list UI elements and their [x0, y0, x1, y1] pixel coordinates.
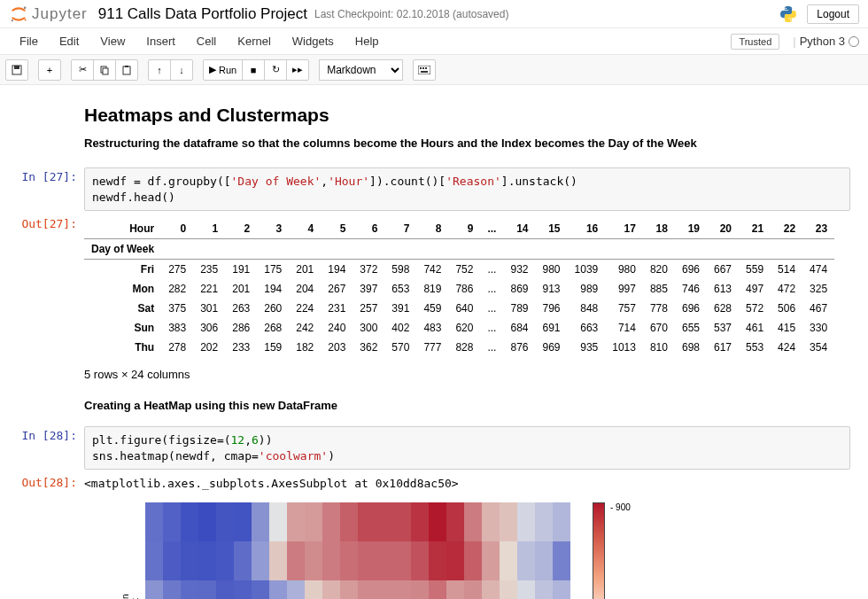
- output-prompt: Out[27]:: [0, 214, 84, 423]
- heatmap-cell: [393, 541, 411, 580]
- trusted-badge[interactable]: Trusted: [731, 34, 779, 50]
- kernel-indicator-icon: [849, 36, 859, 47]
- code-cell-27[interactable]: In [27]: newdf = df.groupby(['Day of Wee…: [0, 166, 868, 213]
- markdown-cell[interactable]: Heatmaps and Clustermaps Restructuring t…: [0, 94, 868, 166]
- heatmap-cell: [517, 580, 535, 599]
- menu-view[interactable]: View: [89, 29, 136, 53]
- output-cell-27: Out[27]: Hour0123456789...14151617181920…: [0, 213, 868, 424]
- heatmap-cell: [553, 580, 570, 599]
- heatmap-cell: [252, 502, 269, 541]
- menu-insert[interactable]: Insert: [136, 29, 186, 53]
- svg-rect-10: [125, 66, 128, 67]
- heatmap-cell: [464, 580, 482, 599]
- heatmap-cell: [464, 502, 482, 541]
- add-cell-button[interactable]: +: [38, 59, 61, 81]
- heatmap-cell: [322, 502, 340, 541]
- menu-kernel[interactable]: Kernel: [227, 29, 282, 53]
- move-down-button[interactable]: ↓: [170, 59, 193, 81]
- heatmap-cell: [145, 502, 163, 541]
- heatmap-cell: [269, 580, 287, 599]
- heatmap-cell: [553, 541, 570, 580]
- heatmap-cell: [181, 541, 198, 580]
- paste-button[interactable]: [115, 59, 138, 81]
- heatmap-cell: [181, 580, 198, 599]
- heatmap-cell: [181, 502, 198, 541]
- heatmap-cell: [305, 580, 322, 599]
- heatmap-cell: [340, 580, 358, 599]
- plus-icon: +: [47, 65, 52, 75]
- heatmap-cell: [535, 502, 553, 541]
- svg-rect-14: [425, 67, 427, 69]
- svg-rect-12: [420, 67, 422, 69]
- notebook-title[interactable]: 911 Calls Data Portfolio Project: [98, 5, 307, 23]
- copy-button[interactable]: [93, 59, 116, 81]
- heatmap-cell: [145, 580, 163, 599]
- heatmap-cell: [340, 541, 358, 580]
- colorbar-gradient: [593, 502, 605, 599]
- heatmap-cell: [393, 580, 411, 599]
- fast-forward-icon: ▸▸: [292, 64, 303, 75]
- svg-rect-8: [103, 68, 108, 74]
- jupyter-logo[interactable]: Jupyter: [9, 4, 88, 24]
- heatmap-cell: [393, 502, 411, 541]
- svg-rect-6: [14, 66, 19, 69]
- heatmap-cell: [287, 502, 305, 541]
- heatmap-cell: [234, 541, 252, 580]
- heatmap-cell: [358, 502, 376, 541]
- dataframe-table: Hour0123456789...14151617181920212223Day…: [84, 219, 834, 357]
- heatmap-cell: [482, 541, 500, 580]
- menu-file[interactable]: File: [9, 29, 49, 53]
- heatmap-cell: [429, 502, 446, 541]
- jupyter-wordmark: Jupyter: [32, 5, 88, 23]
- heatmap-cell: [553, 502, 570, 541]
- colorbar: 900750: [593, 502, 631, 599]
- kernel-name[interactable]: Python 3: [800, 35, 845, 48]
- move-up-button[interactable]: ↑: [148, 59, 171, 81]
- heatmap-cell: [376, 580, 393, 599]
- menu-cell[interactable]: Cell: [186, 29, 227, 53]
- code-cell-28[interactable]: In [28]: plt.figure(figsize=(12,6)) sns.…: [0, 424, 868, 471]
- heatmap-cell: [500, 502, 517, 541]
- heatmap-cell: [163, 580, 181, 599]
- menu-help[interactable]: Help: [345, 29, 390, 53]
- notebook-area: Heatmaps and Clustermaps Restructuring t…: [0, 85, 868, 599]
- heatmap-cell: [429, 580, 446, 599]
- menu-widgets[interactable]: Widgets: [282, 29, 345, 53]
- copy-icon: [99, 65, 110, 75]
- logout-button[interactable]: Logout: [807, 4, 859, 24]
- play-icon: ▶: [209, 64, 216, 75]
- interrupt-button[interactable]: ■: [242, 59, 265, 81]
- svg-rect-9: [123, 66, 130, 74]
- keyboard-icon: [418, 66, 430, 74]
- run-button[interactable]: ▶Run: [203, 59, 243, 81]
- heatmap-cell: [429, 541, 446, 580]
- heatmap-cell: [216, 541, 234, 580]
- restart-button[interactable]: ↻: [264, 59, 287, 81]
- svg-point-3: [786, 7, 787, 9]
- cell-type-select[interactable]: Markdown: [319, 59, 403, 81]
- restart-icon: ↻: [272, 64, 280, 75]
- save-button[interactable]: [5, 59, 28, 81]
- heatmap-cell: [376, 502, 393, 541]
- table-row: Sat375301263260224231257391459640...7897…: [84, 299, 834, 318]
- cut-button[interactable]: ✂: [71, 59, 94, 81]
- heatmap-cell: [411, 502, 429, 541]
- heatmap-cell: [464, 541, 482, 580]
- heatmap-cell: [287, 580, 305, 599]
- table-shape-note: 5 rows × 24 columns: [84, 366, 850, 393]
- toolbar: + ✂ ↑ ↓ ▶Run ■ ↻ ▸▸ Markdown: [0, 55, 868, 85]
- command-palette-button[interactable]: [413, 59, 436, 81]
- heatmap-cell: [234, 502, 252, 541]
- heatmap-cell: [411, 541, 429, 580]
- heatmap-cell: [163, 502, 181, 541]
- subheading-heatmap: Creating a HeatMap using this new DataFr…: [84, 399, 850, 412]
- code-input[interactable]: plt.figure(figsize=(12,6)) sns.heatmap(n…: [84, 426, 850, 470]
- heatmap-grid: [145, 502, 570, 599]
- restart-run-all-button[interactable]: ▸▸: [286, 59, 309, 81]
- heatmap-cell: [305, 541, 322, 580]
- heatmap-cell: [411, 580, 429, 599]
- code-input[interactable]: newdf = df.groupby(['Day of Week','Hour'…: [84, 167, 850, 211]
- svg-rect-13: [422, 67, 424, 69]
- menu-edit[interactable]: Edit: [49, 29, 89, 53]
- heatmap-cell: [500, 541, 517, 580]
